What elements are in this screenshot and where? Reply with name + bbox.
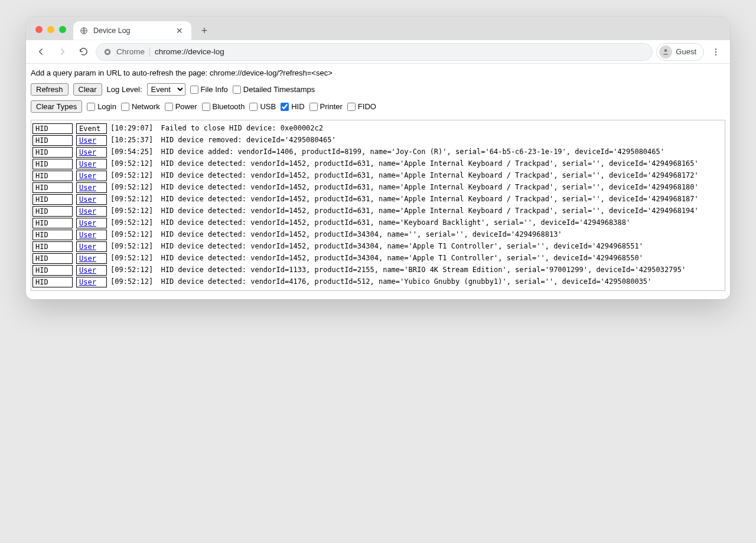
log-type-chip: HID [32, 265, 73, 276]
type-filter-input-bluetooth[interactable] [202, 103, 210, 111]
back-button[interactable] [32, 43, 50, 61]
type-filter-bluetooth[interactable]: Bluetooth [202, 102, 245, 111]
type-filter-input-hid[interactable] [281, 103, 289, 111]
clear-types-button[interactable]: Clear Types [31, 100, 82, 113]
window-controls [35, 26, 66, 33]
type-filter-input-usb[interactable] [249, 103, 258, 111]
log-message: HID device detected: vendorId=1452, prod… [157, 171, 699, 180]
log-message: HID device detected: vendorId=1452, prod… [157, 230, 562, 239]
refresh-button[interactable]: Refresh [31, 83, 69, 96]
type-filter-label: Printer [320, 102, 343, 111]
type-filter-hid[interactable]: HID [281, 102, 304, 111]
log-message: HID device removed: deviceId='4295080465… [157, 135, 335, 145]
minimize-window-icon[interactable] [47, 26, 54, 33]
log-level-chip: Event [76, 123, 107, 134]
maximize-window-icon[interactable] [59, 26, 66, 33]
log-type-chip: HID [32, 194, 73, 205]
file-info-checkbox[interactable]: File Info [190, 85, 228, 94]
log-level-chip[interactable]: User [76, 194, 107, 205]
profile-label: Guest [676, 47, 696, 56]
type-filter-label: Login [97, 102, 116, 111]
log-timestamp: [09:52:12] [110, 265, 153, 274]
page-content: Add a query param in URL to auto-refresh… [26, 64, 730, 299]
log-level-chip[interactable]: User [76, 230, 107, 240]
log-row: HIDUser[10:25:37] HID device removed: de… [32, 135, 724, 146]
type-filter-input-fido[interactable] [347, 103, 356, 111]
log-row: HIDUser[09:52:12] HID device detected: v… [32, 253, 724, 264]
log-level-chip[interactable]: User [76, 135, 107, 146]
new-tab-button[interactable]: + [196, 22, 213, 39]
log-level-label: Log Level: [107, 85, 142, 94]
log-level-chip[interactable]: User [76, 241, 107, 252]
log-level-chip[interactable]: User [76, 171, 107, 181]
svg-point-4 [715, 48, 716, 50]
type-filter-input-printer[interactable] [309, 103, 318, 111]
type-filter-label: HID [291, 102, 304, 111]
controls-row-1: Refresh Clear Log Level: EventUserDebugE… [30, 82, 726, 99]
type-filter-label: Power [175, 102, 197, 111]
detailed-ts-input[interactable] [233, 86, 241, 94]
file-info-label: File Info [201, 85, 228, 94]
controls-row-2: Clear Types LoginNetworkPowerBluetoothUS… [30, 99, 726, 116]
log-level-chip[interactable]: User [76, 147, 107, 158]
log-row: HIDUser[09:52:12] HID device detected: v… [32, 158, 724, 170]
toolbar: Chrome chrome://device-log Guest [26, 40, 730, 64]
log-message: HID device detected: vendorId=1133, prod… [157, 265, 686, 274]
log-level-select[interactable]: EventUserDebugError [147, 83, 185, 96]
tab-device-log[interactable]: Device Log ✕ [73, 21, 191, 40]
log-timestamp: [09:52:12] [110, 194, 153, 204]
url-prefix: Chrome [116, 47, 145, 56]
log-message: HID device detected: vendorId=1452, prod… [157, 253, 643, 263]
log-message: HID device detected: vendorId=1452, prod… [157, 241, 643, 251]
log-level-chip[interactable]: User [76, 277, 107, 287]
close-tab-icon[interactable]: ✕ [174, 25, 185, 37]
svg-point-5 [715, 51, 716, 52]
log-timestamp: [09:52:12] [110, 230, 153, 239]
forward-button[interactable] [53, 43, 71, 61]
log-row: HIDUser[09:52:12] HID device detected: v… [32, 229, 724, 241]
menu-button[interactable] [708, 47, 724, 57]
log-row: HIDUser[09:52:12] HID device detected: v… [32, 182, 724, 194]
close-window-icon[interactable] [35, 26, 43, 33]
profile-chip[interactable]: Guest [656, 43, 704, 61]
log-level-chip[interactable]: User [76, 159, 107, 169]
log-timestamp: [09:52:12] [110, 253, 153, 263]
type-filter-input-login[interactable] [87, 103, 95, 111]
tab-title: Device Log [93, 27, 169, 35]
type-filter-fido[interactable]: FIDO [347, 102, 376, 111]
log-type-chip: HID [32, 206, 73, 217]
log-type-chip: HID [32, 218, 73, 228]
log-type-chip: HID [32, 253, 73, 264]
type-filter-power[interactable]: Power [165, 102, 197, 111]
type-filter-login[interactable]: Login [87, 102, 116, 111]
log-level-chip[interactable]: User [76, 265, 107, 276]
reload-button[interactable] [74, 43, 92, 61]
log-timestamp: [09:52:12] [110, 277, 153, 286]
detailed-ts-checkbox[interactable]: Detailed Timestamps [233, 85, 315, 94]
log-timestamp: [10:25:37] [110, 135, 153, 145]
omnibox[interactable]: Chrome chrome://device-log [96, 43, 653, 61]
hint-text: Add a query param in URL to auto-refresh… [30, 66, 726, 82]
type-filter-usb[interactable]: USB [249, 102, 276, 111]
type-filter-input-network[interactable] [121, 103, 129, 111]
type-filter-network[interactable]: Network [121, 102, 160, 111]
type-filter-printer[interactable]: Printer [309, 102, 343, 111]
log-level-chip[interactable]: User [76, 253, 107, 264]
log-row: HIDUser[09:52:12] HID device detected: v… [32, 217, 724, 229]
log-message: Failed to close HID device: 0xe00002c2 [157, 123, 323, 133]
log-message: HID device detected: vendorId=1452, prod… [157, 182, 699, 192]
log-timestamp: [09:52:12] [110, 206, 153, 215]
log-level-chip[interactable]: User [76, 206, 107, 217]
titlebar: Device Log ✕ + [26, 17, 730, 40]
log-message: HID device added: vendorId=1406, product… [157, 147, 664, 156]
svg-point-6 [715, 54, 716, 55]
log-type-chip: HID [32, 135, 73, 146]
log-level-chip[interactable]: User [76, 182, 107, 193]
type-filter-input-power[interactable] [165, 103, 173, 111]
clear-button[interactable]: Clear [73, 83, 102, 96]
log-level-chip[interactable]: User [76, 218, 107, 228]
log-list[interactable]: HIDEvent[10:29:07] Failed to close HID d… [31, 120, 725, 291]
file-info-input[interactable] [190, 86, 198, 94]
log-row: HIDUser[09:52:12] HID device detected: v… [32, 276, 724, 288]
url-text: chrome://device-log [155, 47, 224, 56]
